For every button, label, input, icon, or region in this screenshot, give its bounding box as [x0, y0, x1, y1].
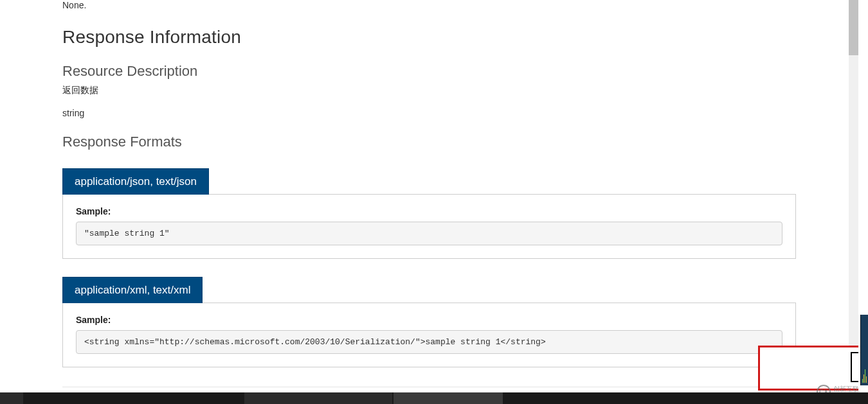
scrollbar-thumb[interactable]: [849, 0, 858, 55]
os-taskbar[interactable]: [0, 392, 868, 404]
sample-code-xml: <string xmlns="http://schemas.microsoft.…: [76, 330, 782, 354]
format-block-xml: application/xml, text/xml Sample: <strin…: [62, 277, 796, 367]
format-tab-json[interactable]: application/json, text/json: [62, 168, 209, 195]
footer-separator: [62, 387, 796, 387]
taskbar-segment[interactable]: [244, 392, 392, 404]
scrollbar-track[interactable]: [849, 0, 858, 392]
document-viewport: None. Response Information Resource Desc…: [0, 0, 858, 392]
resource-description-text: 返回数据: [62, 85, 796, 96]
request-body-none: None.: [62, 0, 796, 10]
taskbar-start[interactable]: [0, 392, 23, 404]
sample-label: Sample:: [76, 315, 782, 325]
format-tab-xml[interactable]: application/xml, text/xml: [62, 277, 203, 303]
test-api-button[interactable]: Te: [851, 352, 858, 382]
format-block-json: application/json, text/json Sample: "sam…: [62, 168, 796, 259]
taskbar-active[interactable]: [393, 392, 503, 404]
response-type: string: [62, 108, 796, 118]
system-meter-widget[interactable]: [860, 315, 868, 385]
heading-response-formats: Response Formats: [62, 134, 796, 150]
test-api-highlight-box: Te: [758, 346, 858, 391]
sample-code-json: "sample string 1": [76, 222, 782, 245]
format-body-xml: Sample: <string xmlns="http://schemas.mi…: [62, 303, 796, 367]
sample-label: Sample:: [76, 206, 782, 216]
format-body-json: Sample: "sample string 1": [62, 194, 796, 259]
heading-resource-description: Resource Description: [62, 63, 796, 80]
heading-response-information: Response Information: [62, 27, 796, 48]
